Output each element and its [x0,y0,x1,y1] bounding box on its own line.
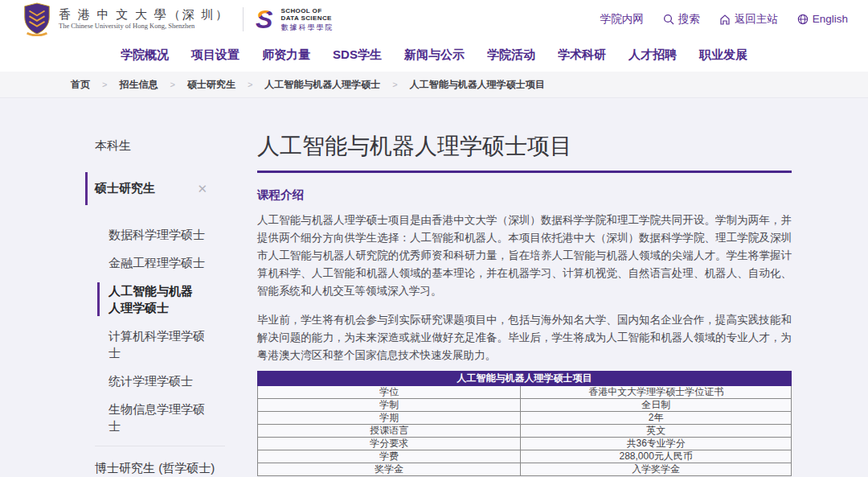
sidebar-item-data-science[interactable]: 数据科学理学硕士 [108,226,215,243]
nav-item-news[interactable]: 新闻与公示 [404,47,465,63]
sds-name-zh: 數據科學學院 [281,23,334,31]
breadcrumb-program[interactable]: 人工智能与机器人理学硕士 [264,78,380,92]
breadcrumb-separator: > [102,80,107,89]
page-title: 人工智能与机器人理学硕士项目 [257,134,792,159]
search-button[interactable]: 搜索 [663,12,700,27]
table-cell-label: 学制 [258,399,521,412]
nav-item-students[interactable]: SDS学生 [333,47,382,63]
svg-text:S: S [256,6,273,33]
table-row: 学分要求 共36专业学分 [258,438,792,450]
intranet-label: 学院内网 [600,12,644,27]
cuhk-shield-icon [23,2,51,36]
table-row: 学期 2年 [258,412,792,425]
sidebar-item-undergraduate[interactable]: 本科生 [85,138,234,154]
sidebar: 本科生 硕士研究生 ✕ 数据科学理学硕士 金融工程理学硕士 人工智能与机器人理学… [85,98,234,477]
table-cell-label: 学期 [258,412,521,425]
breadcrumb: 首页 > 招生信息 > 硕士研究生 > 人工智能与机器人理学硕士 > 人工智能与… [0,72,868,98]
sidebar-divider [95,446,225,446]
table-cell-value: 2年 [521,412,792,425]
cuhk-name-zh: 香 港 中 文 大 學（深 圳） [59,8,230,22]
table-header-title: 人工智能与机器人理学硕士项目 [258,372,792,386]
nav-item-career[interactable]: 职业发展 [699,47,747,63]
brand-area: 香 港 中 文 大 學（深 圳） The Chinese University … [23,2,334,36]
main-column: 人工智能与机器人理学硕士项目 课程介绍 人工智能与机器人理学硕士项目是由香港中文… [257,98,792,477]
table-header-row: 人工智能与机器人理学硕士项目 [258,372,792,386]
nav-item-events[interactable]: 学院活动 [487,47,535,63]
nav-item-overview[interactable]: 学院概况 [121,47,169,63]
sds-line2: DATA SCIENCE [281,14,334,22]
breadcrumb-masters[interactable]: 硕士研究生 [187,78,235,92]
search-icon [663,14,674,25]
language-switch[interactable]: English [797,13,848,25]
table-row: 学制 全日制 [258,399,792,412]
home-icon [719,14,731,25]
table-row: 授课语言 英文 [258,425,792,438]
table-cell-label: 学分要求 [258,438,521,450]
table-cell-value: 288,000元人民币 [521,450,792,463]
nav-item-research[interactable]: 学术科研 [558,47,606,63]
breadcrumb-home[interactable]: 首页 [71,78,90,92]
sds-name: SCHOOL OF DATA SCIENCE 數據科學學院 [281,7,334,31]
table-cell-value: 入学奖学金 [521,463,792,476]
intro-paragraph-2: 毕业前，学生将有机会参与到实际研究课题项目中，包括与海外知名大学、国内知名企业合… [257,311,792,364]
table-cell-value: 英文 [521,425,792,438]
table-row: 奖学金 入学奖学金 [258,463,792,476]
sidebar-item-statistics[interactable]: 统计学理学硕士 [108,372,215,389]
main-nav: 学院概况 项目设置 师资力量 SDS学生 新闻与公示 学院活动 学术科研 人才招… [0,38,868,72]
sidebar-group-masters[interactable]: 硕士研究生 ✕ [85,172,234,205]
cuhk-name-en: The Chinese University of Hong Kong, She… [59,22,230,31]
collapse-close-icon[interactable]: ✕ [197,182,207,196]
intranet-link[interactable]: 学院内网 [600,12,644,27]
section-heading-intro: 课程介绍 [257,187,792,203]
breadcrumb-separator: > [170,80,174,89]
table-cell-value: 香港中文大学理学硕士学位证书 [521,386,792,399]
nav-item-programs[interactable]: 项目设置 [191,47,240,63]
table-row: 学位 香港中文大学理学硕士学位证书 [258,386,792,399]
main-site-link[interactable]: 返回主站 [719,12,778,27]
intro-paragraph-1: 人工智能与机器人理学硕士项目是由香港中文大学（深圳）数据科学学院和理工学院共同开… [257,212,792,300]
table-row: 学费 288,000元人民币 [258,450,792,463]
sidebar-item-bioinformatics[interactable]: 生物信息学理学硕士 [108,401,215,434]
breadcrumb-current[interactable]: 人工智能与机器人理学硕士项目 [410,78,545,92]
sidebar-item-computer-sci[interactable]: 计算机科学理学硕士 [108,327,215,361]
table-cell-value: 全日制 [521,399,792,412]
main-site-label: 返回主站 [735,12,778,27]
table-cell-label: 授课语言 [258,425,521,438]
cuhk-name: 香 港 中 文 大 學（深 圳） The Chinese University … [59,8,230,31]
top-header: 香 港 中 文 大 學（深 圳） The Chinese University … [0,0,868,38]
nav-item-faculty[interactable]: 师资力量 [262,47,310,63]
sidebar-item-phd[interactable]: 博士研究生 (哲学硕士) [85,460,234,476]
utility-links: 学院内网 搜索 返回主站 English [600,12,848,27]
sidebar-master-list: 数据科学理学硕士 金融工程理学硕士 人工智能与机器人理学硕士 计算机科学理学硕士… [85,226,234,434]
sidebar-item-ai-robotics[interactable]: 人工智能与机器人理学硕士 [97,282,203,316]
globe-icon [797,14,809,25]
breadcrumb-separator: > [248,80,252,89]
language-label: English [813,13,848,25]
sidebar-item-financial-eng[interactable]: 金融工程理学硕士 [108,254,215,271]
logo-divider [243,7,244,31]
sidebar-group-masters-label: 硕士研究生 [95,181,155,196]
sds-logo-icon: S [255,6,276,33]
breadcrumb-separator: > [392,80,397,89]
content-area: 本科生 硕士研究生 ✕ 数据科学理学硕士 金融工程理学硕士 人工智能与机器人理学… [0,98,868,477]
search-label: 搜索 [678,12,700,27]
sds-line1: SCHOOL OF [281,7,334,14]
program-info-table: 人工智能与机器人理学硕士项目 学位 香港中文大学理学硕士学位证书 学制 全日制 … [257,371,792,476]
title-underline [257,171,792,173]
table-cell-label: 学费 [258,450,521,463]
table-cell-label: 学位 [258,386,521,399]
nav-item-recruitment[interactable]: 人才招聘 [628,47,677,63]
breadcrumb-admissions[interactable]: 招生信息 [119,78,158,92]
table-cell-value: 共36专业学分 [521,438,792,450]
table-cell-label: 奖学金 [258,463,521,476]
